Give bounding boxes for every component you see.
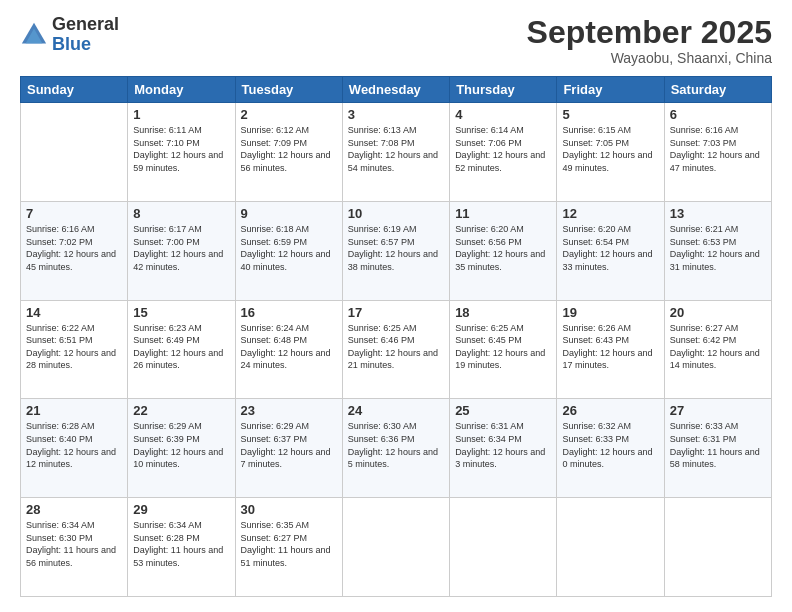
day-info: Sunrise: 6:21 AM Sunset: 6:53 PM Dayligh… bbox=[670, 223, 766, 273]
day-info: Sunrise: 6:30 AM Sunset: 6:36 PM Dayligh… bbox=[348, 420, 444, 470]
calendar-cell: 9Sunrise: 6:18 AM Sunset: 6:59 PM Daylig… bbox=[235, 201, 342, 300]
logo-general-text: General bbox=[52, 14, 119, 34]
col-monday: Monday bbox=[128, 77, 235, 103]
calendar-cell: 30Sunrise: 6:35 AM Sunset: 6:27 PM Dayli… bbox=[235, 498, 342, 597]
day-info: Sunrise: 6:31 AM Sunset: 6:34 PM Dayligh… bbox=[455, 420, 551, 470]
calendar-cell bbox=[450, 498, 557, 597]
day-number: 14 bbox=[26, 305, 122, 320]
day-info: Sunrise: 6:29 AM Sunset: 6:39 PM Dayligh… bbox=[133, 420, 229, 470]
day-info: Sunrise: 6:35 AM Sunset: 6:27 PM Dayligh… bbox=[241, 519, 337, 569]
calendar-cell: 14Sunrise: 6:22 AM Sunset: 6:51 PM Dayli… bbox=[21, 300, 128, 399]
day-info: Sunrise: 6:27 AM Sunset: 6:42 PM Dayligh… bbox=[670, 322, 766, 372]
calendar-cell: 10Sunrise: 6:19 AM Sunset: 6:57 PM Dayli… bbox=[342, 201, 449, 300]
calendar-header-row: Sunday Monday Tuesday Wednesday Thursday… bbox=[21, 77, 772, 103]
calendar-cell: 18Sunrise: 6:25 AM Sunset: 6:45 PM Dayli… bbox=[450, 300, 557, 399]
calendar-cell: 12Sunrise: 6:20 AM Sunset: 6:54 PM Dayli… bbox=[557, 201, 664, 300]
day-info: Sunrise: 6:22 AM Sunset: 6:51 PM Dayligh… bbox=[26, 322, 122, 372]
day-number: 9 bbox=[241, 206, 337, 221]
logo: General Blue bbox=[20, 15, 119, 55]
calendar-cell bbox=[21, 103, 128, 202]
day-number: 1 bbox=[133, 107, 229, 122]
day-info: Sunrise: 6:12 AM Sunset: 7:09 PM Dayligh… bbox=[241, 124, 337, 174]
day-info: Sunrise: 6:17 AM Sunset: 7:00 PM Dayligh… bbox=[133, 223, 229, 273]
day-info: Sunrise: 6:25 AM Sunset: 6:45 PM Dayligh… bbox=[455, 322, 551, 372]
col-saturday: Saturday bbox=[664, 77, 771, 103]
day-info: Sunrise: 6:34 AM Sunset: 6:28 PM Dayligh… bbox=[133, 519, 229, 569]
calendar-cell: 25Sunrise: 6:31 AM Sunset: 6:34 PM Dayli… bbox=[450, 399, 557, 498]
day-info: Sunrise: 6:29 AM Sunset: 6:37 PM Dayligh… bbox=[241, 420, 337, 470]
calendar-cell bbox=[557, 498, 664, 597]
calendar-cell: 1Sunrise: 6:11 AM Sunset: 7:10 PM Daylig… bbox=[128, 103, 235, 202]
calendar-cell: 26Sunrise: 6:32 AM Sunset: 6:33 PM Dayli… bbox=[557, 399, 664, 498]
day-info: Sunrise: 6:16 AM Sunset: 7:02 PM Dayligh… bbox=[26, 223, 122, 273]
calendar-row-1: 1Sunrise: 6:11 AM Sunset: 7:10 PM Daylig… bbox=[21, 103, 772, 202]
day-number: 23 bbox=[241, 403, 337, 418]
calendar-cell: 24Sunrise: 6:30 AM Sunset: 6:36 PM Dayli… bbox=[342, 399, 449, 498]
day-info: Sunrise: 6:20 AM Sunset: 6:54 PM Dayligh… bbox=[562, 223, 658, 273]
day-info: Sunrise: 6:18 AM Sunset: 6:59 PM Dayligh… bbox=[241, 223, 337, 273]
page: General Blue September 2025 Wayaobu, Sha… bbox=[0, 0, 792, 612]
calendar-cell: 2Sunrise: 6:12 AM Sunset: 7:09 PM Daylig… bbox=[235, 103, 342, 202]
calendar-cell: 7Sunrise: 6:16 AM Sunset: 7:02 PM Daylig… bbox=[21, 201, 128, 300]
day-info: Sunrise: 6:26 AM Sunset: 6:43 PM Dayligh… bbox=[562, 322, 658, 372]
calendar-cell bbox=[664, 498, 771, 597]
logo-icon bbox=[20, 21, 48, 49]
day-info: Sunrise: 6:28 AM Sunset: 6:40 PM Dayligh… bbox=[26, 420, 122, 470]
calendar-cell: 15Sunrise: 6:23 AM Sunset: 6:49 PM Dayli… bbox=[128, 300, 235, 399]
day-number: 16 bbox=[241, 305, 337, 320]
day-number: 13 bbox=[670, 206, 766, 221]
col-friday: Friday bbox=[557, 77, 664, 103]
title-block: September 2025 Wayaobu, Shaanxi, China bbox=[527, 15, 772, 66]
calendar-cell: 5Sunrise: 6:15 AM Sunset: 7:05 PM Daylig… bbox=[557, 103, 664, 202]
day-number: 17 bbox=[348, 305, 444, 320]
day-number: 5 bbox=[562, 107, 658, 122]
day-number: 29 bbox=[133, 502, 229, 517]
col-wednesday: Wednesday bbox=[342, 77, 449, 103]
day-number: 19 bbox=[562, 305, 658, 320]
day-number: 3 bbox=[348, 107, 444, 122]
calendar-cell: 29Sunrise: 6:34 AM Sunset: 6:28 PM Dayli… bbox=[128, 498, 235, 597]
day-number: 25 bbox=[455, 403, 551, 418]
calendar-row-5: 28Sunrise: 6:34 AM Sunset: 6:30 PM Dayli… bbox=[21, 498, 772, 597]
day-number: 21 bbox=[26, 403, 122, 418]
logo-blue-text: Blue bbox=[52, 34, 91, 54]
day-number: 15 bbox=[133, 305, 229, 320]
calendar-cell: 20Sunrise: 6:27 AM Sunset: 6:42 PM Dayli… bbox=[664, 300, 771, 399]
day-number: 22 bbox=[133, 403, 229, 418]
day-info: Sunrise: 6:11 AM Sunset: 7:10 PM Dayligh… bbox=[133, 124, 229, 174]
calendar-cell: 22Sunrise: 6:29 AM Sunset: 6:39 PM Dayli… bbox=[128, 399, 235, 498]
calendar-cell: 16Sunrise: 6:24 AM Sunset: 6:48 PM Dayli… bbox=[235, 300, 342, 399]
calendar-row-3: 14Sunrise: 6:22 AM Sunset: 6:51 PM Dayli… bbox=[21, 300, 772, 399]
day-number: 28 bbox=[26, 502, 122, 517]
col-tuesday: Tuesday bbox=[235, 77, 342, 103]
logo-text: General Blue bbox=[52, 15, 119, 55]
day-info: Sunrise: 6:32 AM Sunset: 6:33 PM Dayligh… bbox=[562, 420, 658, 470]
day-number: 8 bbox=[133, 206, 229, 221]
calendar-cell: 8Sunrise: 6:17 AM Sunset: 7:00 PM Daylig… bbox=[128, 201, 235, 300]
calendar-table: Sunday Monday Tuesday Wednesday Thursday… bbox=[20, 76, 772, 597]
day-number: 2 bbox=[241, 107, 337, 122]
calendar-cell: 6Sunrise: 6:16 AM Sunset: 7:03 PM Daylig… bbox=[664, 103, 771, 202]
day-info: Sunrise: 6:33 AM Sunset: 6:31 PM Dayligh… bbox=[670, 420, 766, 470]
day-number: 24 bbox=[348, 403, 444, 418]
day-info: Sunrise: 6:20 AM Sunset: 6:56 PM Dayligh… bbox=[455, 223, 551, 273]
day-info: Sunrise: 6:19 AM Sunset: 6:57 PM Dayligh… bbox=[348, 223, 444, 273]
day-info: Sunrise: 6:16 AM Sunset: 7:03 PM Dayligh… bbox=[670, 124, 766, 174]
day-info: Sunrise: 6:14 AM Sunset: 7:06 PM Dayligh… bbox=[455, 124, 551, 174]
day-info: Sunrise: 6:25 AM Sunset: 6:46 PM Dayligh… bbox=[348, 322, 444, 372]
day-number: 10 bbox=[348, 206, 444, 221]
day-number: 11 bbox=[455, 206, 551, 221]
calendar-row-4: 21Sunrise: 6:28 AM Sunset: 6:40 PM Dayli… bbox=[21, 399, 772, 498]
col-thursday: Thursday bbox=[450, 77, 557, 103]
day-info: Sunrise: 6:23 AM Sunset: 6:49 PM Dayligh… bbox=[133, 322, 229, 372]
day-number: 18 bbox=[455, 305, 551, 320]
day-number: 6 bbox=[670, 107, 766, 122]
day-info: Sunrise: 6:34 AM Sunset: 6:30 PM Dayligh… bbox=[26, 519, 122, 569]
col-sunday: Sunday bbox=[21, 77, 128, 103]
day-info: Sunrise: 6:13 AM Sunset: 7:08 PM Dayligh… bbox=[348, 124, 444, 174]
calendar-cell bbox=[342, 498, 449, 597]
day-info: Sunrise: 6:24 AM Sunset: 6:48 PM Dayligh… bbox=[241, 322, 337, 372]
subtitle: Wayaobu, Shaanxi, China bbox=[527, 50, 772, 66]
calendar-cell: 11Sunrise: 6:20 AM Sunset: 6:56 PM Dayli… bbox=[450, 201, 557, 300]
day-number: 7 bbox=[26, 206, 122, 221]
